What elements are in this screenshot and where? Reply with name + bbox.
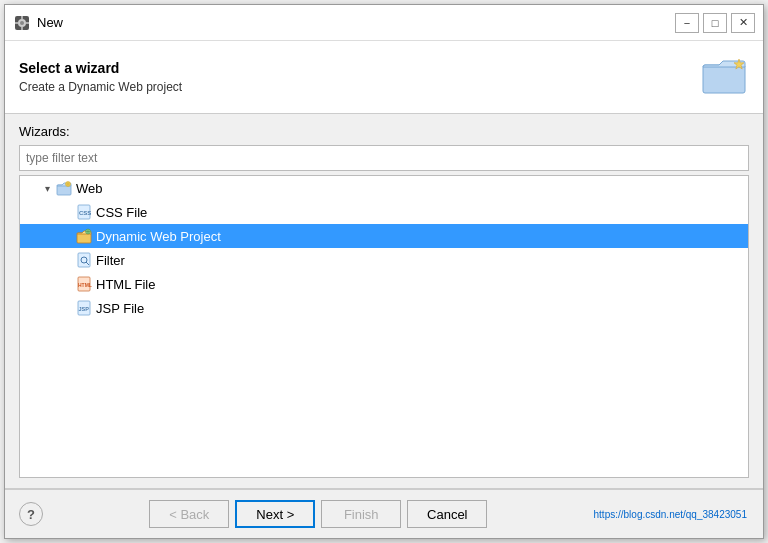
dynamic-web-project-icon — [76, 228, 92, 244]
tree-container[interactable]: ▾ Web CSS — [19, 175, 749, 478]
spacer-dwp — [60, 229, 74, 243]
back-button[interactable]: < Back — [149, 500, 229, 528]
tree-item-html[interactable]: HTML HTML File — [20, 272, 748, 296]
web-label: Web — [76, 181, 103, 196]
minimize-button[interactable]: − — [675, 13, 699, 33]
expand-icon-web: ▾ — [40, 181, 54, 195]
html-label: HTML File — [96, 277, 155, 292]
jsp-icon: JSP — [76, 300, 92, 316]
spacer-css — [60, 205, 74, 219]
wizards-label: Wizards: — [19, 124, 749, 139]
jsp-label: JSP File — [96, 301, 144, 316]
dynamic-web-project-label: Dynamic Web Project — [96, 229, 221, 244]
header-title: Select a wizard — [19, 60, 689, 76]
svg-text:JSP: JSP — [79, 306, 90, 312]
cancel-button[interactable]: Cancel — [407, 500, 487, 528]
finish-button[interactable]: Finish — [321, 500, 401, 528]
dialog-content: Wizards: ▾ Web — [5, 114, 763, 488]
web-folder-icon — [56, 180, 72, 196]
tree-item-jsp[interactable]: JSP JSP File — [20, 296, 748, 320]
url-hint: https://blog.csdn.net/qq_38423051 — [594, 509, 749, 520]
next-button[interactable]: Next > — [235, 500, 315, 528]
filter-icon — [76, 252, 92, 268]
maximize-button[interactable]: □ — [703, 13, 727, 33]
svg-text:HTML: HTML — [78, 282, 92, 288]
close-button[interactable]: ✕ — [731, 13, 755, 33]
html-icon: HTML — [76, 276, 92, 292]
spacer-jsp — [60, 301, 74, 315]
spacer-filter — [60, 253, 74, 267]
dialog-icon — [13, 14, 31, 32]
title-bar: New − □ ✕ — [5, 5, 763, 41]
header-subtitle: Create a Dynamic Web project — [19, 80, 689, 94]
footer-buttons: < Back Next > Finish Cancel — [43, 500, 594, 528]
tree-item-web[interactable]: ▾ Web — [20, 176, 748, 200]
svg-point-2 — [20, 21, 24, 25]
dialog: New − □ ✕ Select a wizard Create a Dynam… — [4, 4, 764, 539]
dialog-title: New — [37, 15, 675, 30]
svg-rect-15 — [77, 233, 91, 243]
css-label: CSS File — [96, 205, 147, 220]
help-button[interactable]: ? — [19, 502, 43, 526]
wizard-icon — [701, 53, 749, 101]
svg-rect-7 — [703, 65, 745, 93]
title-bar-controls: − □ ✕ — [675, 13, 755, 33]
tree-item-filter[interactable]: Filter — [20, 248, 748, 272]
tree-item-dynamic-web-project[interactable]: Dynamic Web Project — [20, 224, 748, 248]
filter-input[interactable] — [19, 145, 749, 171]
dialog-header: Select a wizard Create a Dynamic Web pro… — [5, 41, 763, 114]
header-text: Select a wizard Create a Dynamic Web pro… — [19, 60, 689, 94]
tree-item-css[interactable]: CSS CSS File — [20, 200, 748, 224]
filter-label: Filter — [96, 253, 125, 268]
spacer-html — [60, 277, 74, 291]
dialog-footer: ? < Back Next > Finish Cancel https://bl… — [5, 489, 763, 538]
css-icon: CSS — [76, 204, 92, 220]
svg-text:CSS: CSS — [79, 210, 91, 216]
